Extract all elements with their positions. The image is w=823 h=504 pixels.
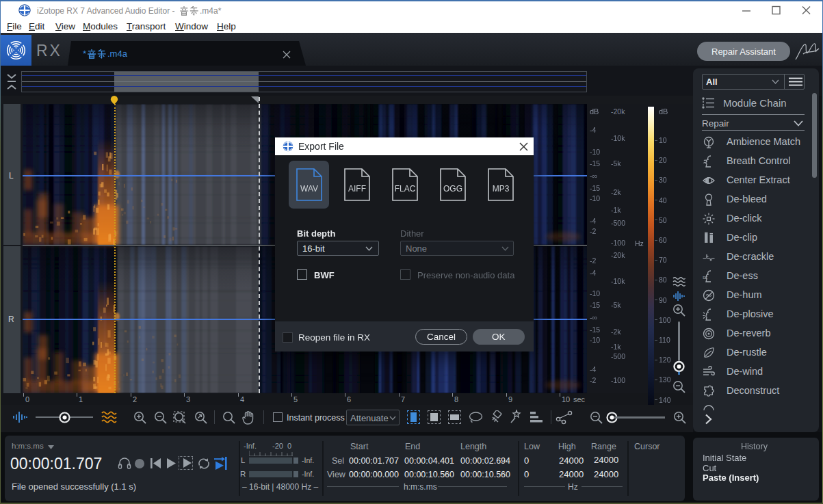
svg-text:ss: ss xyxy=(703,275,708,280)
svg-text:AIFF: AIFF xyxy=(348,184,366,194)
svg-text:MP3: MP3 xyxy=(493,184,510,194)
svg-text:OGG: OGG xyxy=(443,184,462,194)
svg-text:FLAC: FLAC xyxy=(395,184,416,194)
svg-text:WAV: WAV xyxy=(300,184,318,194)
